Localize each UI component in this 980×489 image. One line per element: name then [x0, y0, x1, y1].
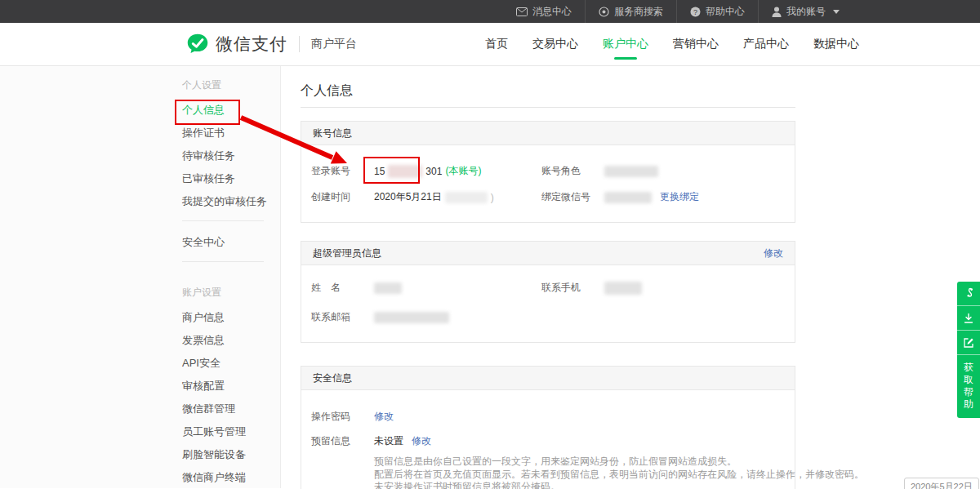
created-time-row: 创建时间 2020年5月21日 ) 绑定微信号 更换绑定: [311, 190, 795, 204]
reserved-info-label: 预留信息: [311, 434, 374, 448]
wechat-pay-merchant-platform-page: 消息中心 服务商搜索 ? 帮助中心 我的账号 微信支付 商户平台 首页: [0, 0, 980, 489]
bound-wechat-field: 绑定微信号 更换绑定: [541, 190, 699, 204]
created-time-value: 2020年5月21日 ): [374, 190, 494, 204]
feedback-edit-button[interactable]: [957, 331, 980, 355]
reserved-info-value: 未设置: [374, 434, 403, 448]
description-line: 未安装操作证书时预留信息将被部分掩码。: [374, 481, 795, 489]
account-info-panel: 账号信息 登录账号 15 301 (本账号) 账号角色: [301, 121, 795, 223]
service-provider-search-menu[interactable]: 服务商搜索: [585, 0, 676, 23]
account-role-label: 账号角色: [541, 164, 604, 178]
download-button[interactable]: [957, 306, 980, 331]
get-help-button[interactable]: 获取帮助: [957, 355, 980, 418]
sidebar-item-merchant-info[interactable]: 商户信息: [182, 306, 280, 329]
sidebar-item-api-security[interactable]: API安全: [182, 352, 280, 375]
nav-data-center[interactable]: 数据中心: [812, 24, 861, 64]
login-account-prefix: 15: [374, 166, 385, 177]
portal-name: 商户平台: [311, 37, 357, 51]
sidebar-divider: [182, 261, 264, 262]
bound-wechat-label: 绑定微信号: [541, 190, 604, 204]
modify-admin-link[interactable]: 修改: [764, 242, 783, 265]
sidebar-item-wechat-merchant-terminal[interactable]: 微信商户终端: [182, 466, 280, 489]
account-info-panel-header: 账号信息: [301, 122, 795, 145]
created-time-label: 创建时间: [311, 190, 374, 204]
login-account-suffix: 301: [425, 166, 442, 177]
redacted-account-role: [604, 166, 658, 177]
sidebar-item-staff-account-mgmt[interactable]: 员工账号管理: [182, 420, 280, 443]
login-account-label: 登录账号: [311, 164, 374, 178]
topbar-item-label: 我的账号: [786, 5, 826, 19]
sidebar-item-review-config[interactable]: 审核配置: [182, 375, 280, 398]
contact-phone-field: 联系手机: [541, 281, 642, 295]
reserved-info-row: 预留信息 未设置 修改: [311, 434, 795, 448]
created-time-paren: ): [491, 192, 494, 203]
sidebar-item-face-smart-device[interactable]: 刷脸智能设备: [182, 443, 280, 466]
description-line: 配置后将在首页及充值页面显示。若未看到预留信息，表明当前访问的网站存在风险，请终…: [374, 469, 795, 482]
nav-account-center[interactable]: 账户中心: [601, 24, 650, 64]
download-icon: [963, 313, 974, 324]
nav-home[interactable]: 首页: [483, 24, 510, 64]
current-account-tag: (本账号): [445, 164, 481, 178]
nav-product-center[interactable]: 产品中心: [742, 24, 791, 64]
envelope-icon: [516, 7, 528, 16]
redacted-contact-email: [374, 312, 449, 323]
sidebar-item-reviewed-tasks[interactable]: 已审核任务: [182, 167, 280, 190]
login-account-value: 15 301 (本账号): [374, 164, 481, 178]
modify-password-link[interactable]: 修改: [374, 410, 394, 424]
security-info-panel-body: 操作密码 修改 预留信息 未设置 修改 预留信息是由你自己设置的一段文字，用来鉴…: [301, 410, 795, 489]
brand-name: 微信支付: [216, 33, 287, 56]
admin-name-row: 姓 名 联系手机: [311, 281, 795, 295]
date-tooltip: 2020年5月22日: [904, 478, 979, 489]
sidebar-item-security-center[interactable]: 安全中心: [182, 231, 280, 254]
modify-reserved-info-link[interactable]: 修改: [412, 434, 431, 448]
nav-marketing-center[interactable]: 营销中心: [671, 24, 720, 64]
change-binding-link[interactable]: 更换绑定: [660, 190, 699, 204]
edit-icon: [963, 337, 974, 349]
utility-topbar: 消息中心 服务商搜索 ? 帮助中心 我的账号: [0, 0, 980, 23]
sidebar-item-my-submitted-tasks[interactable]: 我提交的审核任务: [182, 190, 280, 213]
operation-password-row: 操作密码 修改: [311, 410, 795, 424]
redacted-admin-name: [374, 282, 402, 294]
redacted-wechat-id: [604, 192, 652, 203]
quick-link-button[interactable]: [957, 282, 980, 306]
nav-transaction-center[interactable]: 交易中心: [531, 24, 580, 64]
admin-name-label: 姓 名: [311, 281, 374, 295]
floating-helper-widget: 获取帮助: [957, 282, 980, 418]
account-role-field: 账号角色: [541, 164, 658, 178]
help-center-menu[interactable]: ? 帮助中心: [676, 0, 758, 23]
sidebar-item-pending-review-tasks[interactable]: 待审核任务: [182, 144, 280, 167]
topbar-item-label: 帮助中心: [706, 5, 745, 19]
link-icon: [964, 287, 974, 300]
operation-password-label: 操作密码: [311, 410, 374, 424]
security-info-panel: 安全信息 操作密码 修改 预留信息 未设置 修改 预留信息是由你自己设置的一段文…: [301, 366, 795, 489]
get-help-label: 获取帮助: [964, 362, 973, 411]
search-icon: [599, 7, 609, 17]
wechat-pay-logo-icon: [186, 33, 209, 56]
panel-title: 超级管理员信息: [313, 242, 381, 265]
sidebar-item-personal-info[interactable]: 个人信息: [182, 99, 280, 122]
title-divider: [301, 107, 795, 108]
redacted-created-time: [445, 192, 488, 203]
reserved-info-description: 预留信息是由你自己设置的一段文字，用来鉴定网站身份，防止假冒网站造成损失。 配置…: [374, 456, 795, 489]
sidebar-item-invoice-info[interactable]: 发票信息: [182, 329, 280, 352]
brand[interactable]: 微信支付 商户平台: [186, 33, 357, 56]
sidebar-section-account-settings: 账户设置: [182, 287, 280, 298]
contact-phone-label: 联系手机: [541, 281, 604, 295]
security-info-panel-header: 安全信息: [301, 367, 795, 390]
site-header: 微信支付 商户平台 首页 交易中心 账户中心 营销中心 产品中心 数据中心: [0, 23, 980, 66]
main-content: 个人信息 账号信息 登录账号 15 301 (本账号): [281, 66, 980, 488]
my-account-menu[interactable]: 我的账号: [758, 0, 853, 23]
login-account-row: 登录账号 15 301 (本账号) 账号角色: [311, 164, 795, 178]
sidebar: 个人设置 个人信息 操作证书 待审核任务 已审核任务 我提交的审核任务 安全中心…: [0, 66, 281, 488]
account-info-panel-body: 登录账号 15 301 (本账号) 账号角色 创建时间: [301, 164, 795, 222]
super-admin-panel-header: 超级管理员信息 修改: [301, 242, 795, 265]
super-admin-panel: 超级管理员信息 修改 姓 名 联系手机 联系邮箱: [301, 241, 795, 343]
sidebar-item-wechat-group-mgmt[interactable]: 微信群管理: [182, 398, 280, 420]
content-area: 个人设置 个人信息 操作证书 待审核任务 已审核任务 我提交的审核任务 安全中心…: [0, 66, 980, 488]
page-title: 个人信息: [301, 82, 980, 100]
sidebar-item-operation-certificate[interactable]: 操作证书: [182, 122, 280, 144]
message-center-menu[interactable]: 消息中心: [503, 0, 585, 23]
question-icon: ?: [690, 7, 701, 17]
svg-text:?: ?: [693, 7, 697, 16]
sidebar-divider: [182, 220, 264, 221]
topbar-item-label: 消息中心: [532, 5, 572, 19]
